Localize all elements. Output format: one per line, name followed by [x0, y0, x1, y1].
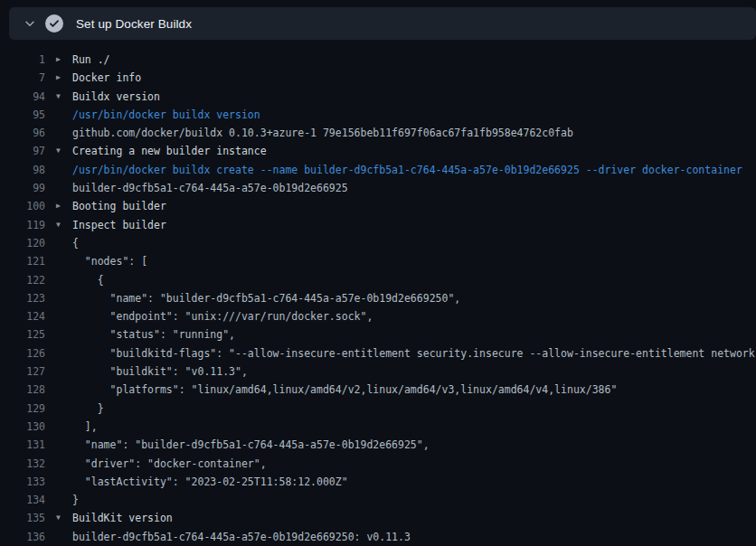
log-group-row[interactable]: 1▶Run ./ [0, 51, 756, 69]
log-group-row[interactable]: 94▼Buildx version [0, 88, 756, 106]
line-number[interactable]: 1 [0, 51, 45, 69]
line-number[interactable]: 124 [0, 307, 45, 325]
line-number[interactable]: 95 [0, 106, 45, 124]
line-number[interactable]: 98 [0, 161, 45, 179]
log-line: 132 "driver": "docker-container", [0, 455, 756, 473]
check-circle-icon [45, 14, 63, 33]
output-text: "nodes": [ [72, 252, 147, 270]
output-text: "name": "builder-d9cfb5a1-c764-445a-a57e… [72, 289, 460, 307]
line-number[interactable]: 134 [0, 491, 45, 509]
log-line: 123 "name": "builder-d9cfb5a1-c764-445a-… [0, 289, 756, 307]
log-line: 131 "name": "builder-d9cfb5a1-c764-445a-… [0, 436, 756, 454]
log-line: 96github.com/docker/buildx 0.10.3+azure-… [0, 124, 756, 142]
command-text: /usr/bin/docker buildx create --name bui… [72, 161, 742, 179]
line-number[interactable]: 100 [0, 197, 45, 215]
actions-log-viewer: Set up Docker Buildx 1▶Run ./7▶Docker in… [0, 0, 756, 546]
log-line: 127 "buildkit": "v0.11.3", [0, 362, 756, 381]
output-text: "buildkitd-flags": "--allow-insecure-ent… [72, 344, 756, 362]
output-text: { [72, 271, 104, 289]
output-text: "name": "builder-d9cfb5a1-c764-445a-a57e… [72, 436, 430, 454]
step-header[interactable]: Set up Docker Buildx [9, 7, 756, 40]
output-text: "buildkit": "v0.11.3", [72, 362, 248, 381]
log-line: 122 { [0, 271, 756, 289]
log-line: 128 "platforms": "linux/amd64,linux/amd6… [0, 381, 756, 399]
log-line: 125 "status": "running", [0, 325, 756, 344]
log-line: 136builder-d9cfb5a1-c764-445a-a57e-0b19d… [0, 528, 756, 546]
group-title: Inspect builder [72, 216, 166, 234]
output-text: github.com/docker/buildx 0.10.3+azure-1 … [72, 124, 573, 142]
log-line: 129 } [0, 400, 756, 418]
group-title: Creating a new builder instance [72, 142, 267, 160]
triangle-expanded-icon: ▼ [56, 509, 72, 527]
group-title: Booting builder [72, 197, 166, 215]
log-line: 98/usr/bin/docker buildx create --name b… [0, 161, 756, 179]
line-number[interactable]: 129 [0, 400, 45, 418]
output-text: } [72, 491, 79, 509]
line-number[interactable]: 128 [0, 381, 45, 399]
line-number[interactable]: 99 [0, 179, 45, 197]
triangle-collapsed-icon: ▶ [56, 69, 72, 87]
output-text: "lastActivity": "2023-02-25T11:58:12.000… [72, 473, 348, 491]
log-group-row[interactable]: 119▼Inspect builder [0, 216, 756, 234]
log-group-row[interactable]: 135▼BuildKit version [0, 509, 756, 527]
log-line: 99builder-d9cfb5a1-c764-445a-a57e-0b19d2… [0, 179, 756, 197]
log-body: 1▶Run ./7▶Docker info94▼Buildx version95… [0, 51, 756, 546]
line-number[interactable]: 126 [0, 344, 45, 362]
group-title: Buildx version [72, 88, 160, 106]
log-line: 121 "nodes": [ [0, 252, 756, 270]
output-text: ], [72, 418, 98, 436]
output-text: builder-d9cfb5a1-c764-445a-a57e-0b19d2e6… [72, 179, 348, 197]
triangle-collapsed-icon: ▶ [56, 197, 72, 215]
command-text: /usr/bin/docker buildx version [72, 106, 260, 124]
output-text: "status": "running", [72, 325, 235, 344]
line-number[interactable]: 132 [0, 455, 45, 473]
output-text: builder-d9cfb5a1-c764-445a-a57e-0b19d2e6… [72, 528, 411, 546]
output-text: "platforms": "linux/amd64,linux/amd64/v2… [72, 381, 617, 399]
line-number[interactable]: 119 [0, 216, 45, 234]
line-number[interactable]: 123 [0, 289, 45, 307]
line-number[interactable]: 127 [0, 362, 45, 381]
output-text: "endpoint": "unix:///var/run/docker.sock… [72, 307, 373, 325]
log-line: 133 "lastActivity": "2023-02-25T11:58:12… [0, 473, 756, 491]
triangle-expanded-icon: ▼ [56, 142, 72, 160]
line-number[interactable]: 133 [0, 473, 45, 491]
line-number[interactable]: 135 [0, 509, 45, 527]
line-number[interactable]: 122 [0, 271, 45, 289]
log-line: 124 "endpoint": "unix:///var/run/docker.… [0, 307, 756, 325]
log-group-row[interactable]: 100▶Booting builder [0, 197, 756, 215]
output-text: { [72, 234, 79, 252]
output-text: "driver": "docker-container", [72, 455, 267, 473]
triangle-expanded-icon: ▼ [56, 216, 72, 234]
group-title: BuildKit version [72, 509, 173, 527]
output-text: } [72, 400, 104, 418]
line-number[interactable]: 7 [0, 69, 45, 87]
line-number[interactable]: 120 [0, 234, 45, 252]
line-number[interactable]: 121 [0, 252, 45, 270]
log-group-row[interactable]: 7▶Docker info [0, 69, 756, 87]
line-number[interactable]: 136 [0, 528, 45, 546]
line-number[interactable]: 94 [0, 88, 45, 106]
log-line: 120{ [0, 234, 756, 252]
log-line: 134} [0, 491, 756, 509]
log-line: 95/usr/bin/docker buildx version [0, 106, 756, 124]
line-number[interactable]: 96 [0, 124, 45, 142]
triangle-expanded-icon: ▼ [56, 88, 72, 106]
step-title: Set up Docker Buildx [76, 17, 192, 31]
log-group-row[interactable]: 97▼Creating a new builder instance [0, 142, 756, 160]
triangle-collapsed-icon: ▶ [56, 51, 72, 69]
group-title: Docker info [72, 69, 141, 87]
line-number[interactable]: 131 [0, 436, 45, 454]
line-number[interactable]: 97 [0, 142, 45, 160]
group-title: Run ./ [72, 51, 110, 69]
log-line: 126 "buildkitd-flags": "--allow-insecure… [0, 344, 756, 362]
chevron-down-icon[interactable] [18, 12, 42, 35]
log-line: 130 ], [0, 418, 756, 436]
line-number[interactable]: 125 [0, 325, 45, 344]
line-number[interactable]: 130 [0, 418, 45, 436]
